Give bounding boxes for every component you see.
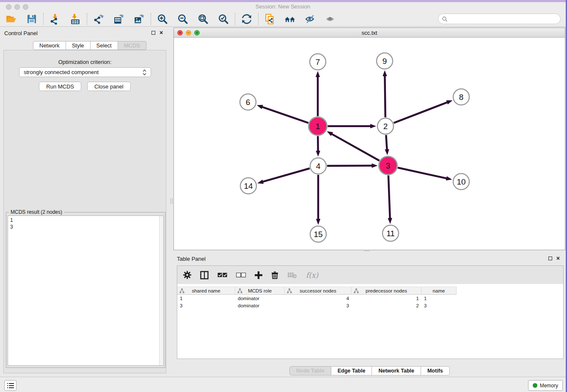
show-column-button[interactable] <box>200 271 209 279</box>
column-header-successor-nodes[interactable]: successor nodes <box>285 287 352 295</box>
control-panel: Control Panel × Network Style Select MCD… <box>0 27 170 377</box>
tab-select[interactable]: Select <box>91 41 118 50</box>
export-image-button[interactable] <box>133 13 145 25</box>
graph-edge-1-6[interactable] <box>261 107 308 123</box>
cell-successor-nodes[interactable]: 4 <box>285 296 352 301</box>
hide-selected-button[interactable] <box>305 13 317 25</box>
network-graph[interactable]: 1234678910111415 <box>174 38 565 250</box>
import-table-button[interactable] <box>69 13 81 25</box>
open-session-button[interactable] <box>6 13 17 25</box>
close-panel-icon[interactable]: × <box>160 30 163 35</box>
cell-shared-name[interactable]: 3 <box>177 303 235 308</box>
tab-mcds[interactable]: MCDS <box>118 41 146 50</box>
zoom-selected-button[interactable] <box>217 13 229 25</box>
column-label: name <box>433 288 445 293</box>
show-all-button[interactable] <box>325 13 337 25</box>
delete-table-button-disabled <box>287 272 297 279</box>
column-label: shared name <box>192 288 220 293</box>
table-panel-tabs: Node Table Edge Table Network Table Moti… <box>173 366 566 375</box>
column-label: predecessor nodes <box>366 288 407 293</box>
graph-edge-4-3[interactable] <box>327 166 373 166</box>
new-network-from-selection-button[interactable] <box>264 13 276 25</box>
graph-edge-2-3[interactable] <box>386 135 387 151</box>
node-table: shared name MCDS role <box>177 287 563 309</box>
cell-mcds-role[interactable]: dominator <box>235 303 285 308</box>
close-table-panel-icon[interactable]: × <box>556 256 560 260</box>
table-row[interactable]: 3 dominator 3 2 3 <box>177 302 563 309</box>
delete-column-button[interactable] <box>271 271 278 279</box>
result-scrollbar[interactable] <box>159 216 163 365</box>
splitter-grip[interactable] <box>171 198 173 204</box>
column-header-mcds-role[interactable]: MCDS role <box>235 287 285 295</box>
cell-successor-nodes[interactable]: 3 <box>285 303 352 308</box>
control-panel-title: Control Panel <box>4 30 38 36</box>
zoom-in-button[interactable] <box>157 13 168 25</box>
graph-node-label: 9 <box>383 57 387 66</box>
control-panel-tabs: Network Style Select MCDS <box>33 41 146 50</box>
run-mcds-button[interactable]: Run MCDS <box>39 82 81 91</box>
tab-node-table[interactable]: Node Table <box>289 366 331 375</box>
hierarchy-icon <box>354 288 359 293</box>
task-history-button[interactable] <box>4 380 17 391</box>
export-table-button[interactable] <box>113 13 125 25</box>
graph-edge-4-14[interactable] <box>262 168 310 182</box>
graph-edge-arrowhead <box>257 105 263 109</box>
graph-edge-3-1[interactable] <box>331 133 380 160</box>
graph-edge-arrowhead <box>446 176 452 180</box>
columns-icon <box>200 271 209 279</box>
cell-predecessor-nodes[interactable]: 2 <box>352 303 421 308</box>
tab-style[interactable]: Style <box>66 41 91 50</box>
zoom-out-icon <box>177 14 188 25</box>
graph-edge-2-8[interactable] <box>394 102 449 123</box>
criterion-dropdown[interactable]: strongly connected component <box>19 67 151 77</box>
column-header-name[interactable]: name <box>421 287 457 295</box>
cell-shared-name[interactable]: 1 <box>177 296 235 301</box>
tab-network[interactable]: Network <box>33 41 66 50</box>
panel-splitter[interactable] <box>170 27 173 377</box>
create-column-button[interactable] <box>255 271 262 279</box>
search-input[interactable] <box>448 16 557 22</box>
unchecked-boxes-icon <box>236 273 246 278</box>
table-settings-button[interactable] <box>183 271 191 279</box>
search-field[interactable] <box>438 14 561 24</box>
apply-layout-button[interactable] <box>241 13 253 25</box>
graph-edge-arrowhead <box>372 163 377 168</box>
cell-name[interactable]: 3 <box>421 303 457 308</box>
column-header-shared-name[interactable]: shared name <box>177 287 235 295</box>
function-builder-button-disabled: f(x) <box>306 271 318 279</box>
graph-node-label: 8 <box>459 93 464 102</box>
zoom-fit-button[interactable] <box>197 13 209 25</box>
cell-name[interactable]: 1 <box>421 296 457 301</box>
float-table-panel-icon[interactable] <box>548 257 552 260</box>
save-session-button[interactable] <box>26 13 38 25</box>
zoom-out-button[interactable] <box>177 13 189 25</box>
graph-edge-arrowhead <box>316 71 320 77</box>
graph-edge-2-9[interactable] <box>385 75 385 117</box>
tab-network-table[interactable]: Network Table <box>372 366 421 375</box>
memory-button[interactable]: Memory <box>528 380 563 391</box>
import-network-button[interactable] <box>49 13 61 25</box>
graph-edge-3-10[interactable] <box>398 168 448 179</box>
network-window-titlebar[interactable]: × − + scc.txt <box>174 28 565 38</box>
graph-node-label: 15 <box>314 230 322 239</box>
network-window-title: scc.txt <box>174 30 565 36</box>
cell-predecessor-nodes[interactable]: 1 <box>352 296 421 301</box>
graph-edge-3-11[interactable] <box>388 175 390 219</box>
dropdown-stepper-icon <box>143 69 146 76</box>
select-all-button[interactable] <box>217 273 227 278</box>
tab-motifs[interactable]: Motifs <box>421 366 450 375</box>
node-table-header: shared name MCDS role <box>177 287 563 295</box>
deselect-all-button[interactable] <box>236 273 246 278</box>
export-network-button[interactable] <box>93 13 105 25</box>
tab-edge-table[interactable]: Edge Table <box>331 366 372 375</box>
main-titlebar: Session: New Session <box>0 2 566 12</box>
optimization-criterion-label: Optimization criterion: <box>4 59 166 65</box>
first-neighbors-button[interactable] <box>284 13 296 25</box>
criterion-value: strongly connected component <box>24 69 143 75</box>
table-row[interactable]: 1 dominator 4 1 1 <box>177 295 563 302</box>
float-panel-icon[interactable] <box>151 31 155 35</box>
close-panel-button[interactable]: Close panel <box>87 82 131 91</box>
column-header-predecessor-nodes[interactable]: predecessor nodes <box>352 287 421 295</box>
mcds-result-text[interactable]: 1 3 <box>8 215 164 366</box>
cell-mcds-role[interactable]: dominator <box>235 296 285 301</box>
